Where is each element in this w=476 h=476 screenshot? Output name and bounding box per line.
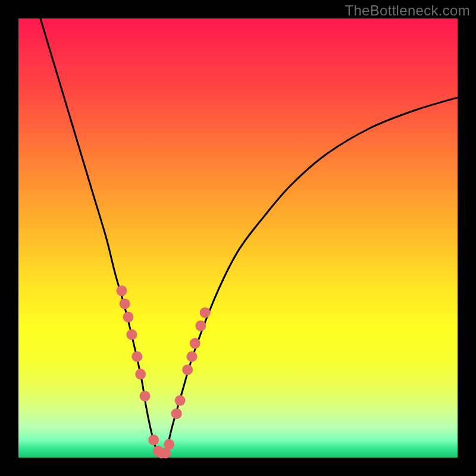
curve-marker xyxy=(120,299,130,309)
curve-marker xyxy=(187,351,198,362)
curve-marker xyxy=(195,321,206,331)
curve-marker xyxy=(171,408,182,419)
curve-marker xyxy=(123,312,134,322)
bottleneck-curve xyxy=(40,18,458,454)
curve-marker xyxy=(116,286,127,296)
curve-marker xyxy=(200,307,211,318)
curve-marker xyxy=(140,391,151,402)
curve-marker xyxy=(182,364,193,375)
curve-marker xyxy=(135,369,146,380)
watermark-text: TheBottleneck.com xyxy=(345,2,470,19)
marker-layer xyxy=(116,286,210,459)
curve-marker xyxy=(175,395,186,406)
chart-frame: TheBottleneck.com xyxy=(0,0,476,476)
curve-marker xyxy=(148,434,159,445)
plot-area xyxy=(18,18,458,458)
curve-marker xyxy=(131,351,142,362)
chart-svg xyxy=(18,18,458,458)
curve-marker xyxy=(126,329,137,340)
curve-marker xyxy=(190,338,201,349)
curve-marker xyxy=(164,439,174,450)
curve-layer xyxy=(40,18,458,454)
